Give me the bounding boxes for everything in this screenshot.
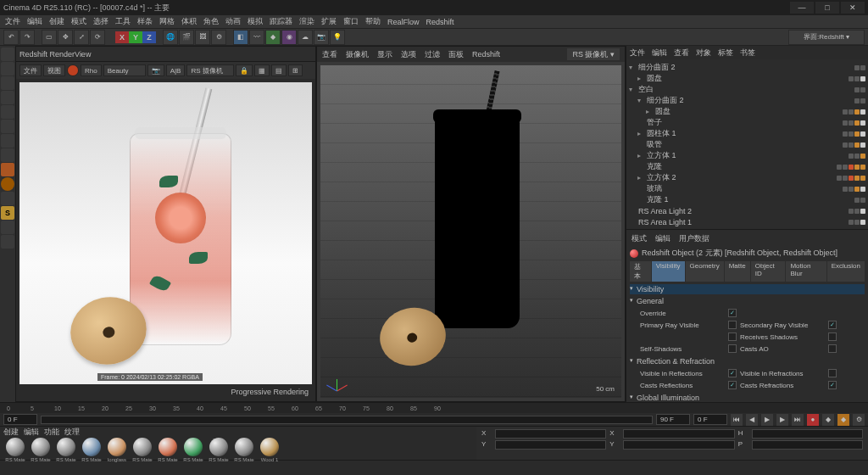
persp-menu-查看[interactable]: 查看 [322,49,337,60]
menu-文件[interactable]: 文件 [5,16,20,27]
spline-primitive[interactable]: 〰 [249,30,264,45]
object-mode-icon[interactable] [1,62,14,75]
rs-icon[interactable] [1,163,14,176]
menu-样条[interactable]: 样条 [137,16,153,27]
menu-扩展[interactable]: 扩展 [321,16,337,27]
light-button[interactable]: 💡 [330,30,345,45]
attr-page-tab[interactable]: Visibility [652,261,685,282]
rv-aov-select[interactable]: Beauty [103,64,146,76]
menu-创建[interactable]: 创建 [49,16,64,27]
attr-prv-checkbox[interactable] [728,321,737,329]
attr-srv-checkbox[interactable] [828,321,837,329]
object-row[interactable]: 克隆 [629,161,865,172]
object-row[interactable]: ▾细分曲面 2 [629,62,865,73]
object-manager[interactable]: ▾细分曲面 2▸圆盘▾空白▾细分曲面 2▸圆盘管子▸圆柱体 1吸管▸立方体 1克… [626,59,868,229]
om-tab-编辑[interactable]: 编辑 [652,48,667,59]
point-mode-icon[interactable] [1,76,14,90]
render-settings-button[interactable]: ⚙ [211,30,226,45]
menu-RealFlow[interactable]: RealFlow [387,18,420,26]
attr-ss-checkbox[interactable] [728,344,737,353]
menu-Redshift[interactable]: Redshift [426,18,454,26]
poly-mode-icon[interactable] [1,105,14,119]
coord-rp[interactable] [752,440,863,450]
object-row[interactable]: 管子 [629,117,865,128]
tl-play-button[interactable]: ▶ [761,414,773,426]
timeline-slider[interactable] [41,416,653,424]
axis-z-toggle[interactable]: Z [142,31,156,43]
perspective-viewport[interactable]: 50 cm [320,65,621,398]
coord-sx[interactable] [623,429,734,439]
window-minimize[interactable]: — [790,2,814,14]
timeline-ruler[interactable]: 051015202530354045505560657075808590 [0,403,868,413]
rotate-tool[interactable]: ⟳ [90,30,105,45]
material-ball[interactable]: RS Mate [181,438,205,462]
menu-窗口[interactable]: 窗口 [343,16,359,27]
object-row[interactable]: RS Area Light 2 [629,205,865,216]
snap-icon[interactable] [1,148,14,162]
material-ball[interactable]: RS Mate [156,438,180,462]
om-tab-标签[interactable]: 标签 [718,48,733,59]
object-row[interactable]: ▸圆柱体 1 [629,128,865,139]
persp-menu-选项[interactable]: 选项 [401,49,416,60]
attr-override-checkbox[interactable] [728,309,737,317]
material-ball[interactable]: RS Mate [131,438,154,462]
texture-mode-icon[interactable] [1,120,14,133]
coord-sy[interactable] [623,440,734,450]
rv-ab-icon[interactable]: A|B [166,64,186,76]
attr-page-tab[interactable]: 基本 [630,261,651,282]
attr-crf-checkbox[interactable] [828,381,837,389]
render-pv-button[interactable]: 🖼 [195,30,210,45]
tl-prev-button[interactable]: ◀ [746,414,758,426]
move-tool[interactable]: ✥ [58,30,73,45]
attr-gi-header[interactable]: Global Illumination [630,394,865,402]
tl-current-field[interactable]: 0 F [693,414,727,425]
persp-menu-过滤[interactable]: 过滤 [425,49,440,60]
tl-autokey-button[interactable]: ◆ [837,414,849,426]
attr-cs-checkbox[interactable] [728,332,737,341]
menu-模拟[interactable]: 模拟 [248,16,263,27]
render-button[interactable]: 🎬 [179,30,194,45]
attr-tab[interactable]: 编辑 [654,233,672,244]
model-mode-icon[interactable] [1,48,14,61]
material-ball[interactable]: RS Mate [29,438,53,462]
object-row[interactable]: RS Area Light 1 [629,216,865,227]
attr-virf-checkbox[interactable] [828,369,837,377]
attr-page-tab[interactable]: Object ID [751,261,786,282]
edge-mode-icon[interactable] [1,91,14,104]
persp-menu-摄像机[interactable]: 摄像机 [346,49,369,60]
tl-key-button[interactable]: ◆ [822,414,834,426]
attr-tab[interactable]: 用户数据 [677,233,711,244]
object-row[interactable]: 玻璃 [629,183,865,194]
persp-menu-Redshift[interactable]: Redshift [472,50,500,59]
cube-primitive[interactable]: ◧ [233,30,248,45]
tl-keyopt-button[interactable]: ⚙ [853,414,865,426]
object-row[interactable]: ▸立方体 2 [629,172,865,183]
object-row[interactable]: ▾细分曲面 2 [629,95,865,106]
attr-general-header[interactable]: General [630,297,865,305]
mat-tab[interactable]: 纹理 [64,427,80,438]
material-ball[interactable]: longlass [105,438,129,462]
om-tab-书签[interactable]: 书签 [740,48,755,59]
om-tab-文件[interactable]: 文件 [630,48,645,59]
material-ball[interactable]: Wood 1 [258,438,281,462]
coord-sys-button[interactable]: 🌐 [163,30,178,45]
scale-tool[interactable]: ⤢ [74,30,89,45]
object-row[interactable]: 克隆 1 [629,194,865,205]
deformer-button[interactable]: ◉ [281,30,297,45]
menu-动画[interactable]: 动画 [225,16,241,27]
mat-tab[interactable]: 功能 [44,427,59,438]
rv-camera-select[interactable]: RS 摄像机 [186,64,234,76]
rv-snapshot-icon[interactable]: 📷 [147,64,164,76]
attr-page-tab[interactable]: Motion Blur [786,261,826,282]
material-ball[interactable]: RS Mate [232,438,256,462]
menu-模式[interactable]: 模式 [71,16,86,27]
axis-y-toggle[interactable]: Y [129,31,142,43]
persp-camera-select[interactable]: RS 摄像机 ▾ [567,48,620,60]
tool-icon-3[interactable] [1,235,14,249]
attr-cao-checkbox[interactable] [828,344,837,353]
attr-vir-checkbox[interactable] [728,369,737,377]
object-row[interactable]: 吸管 [629,139,865,150]
axis-x-toggle[interactable]: X [115,31,129,43]
coord-rh[interactable] [752,429,863,439]
camera-button[interactable]: 📷 [314,30,329,45]
